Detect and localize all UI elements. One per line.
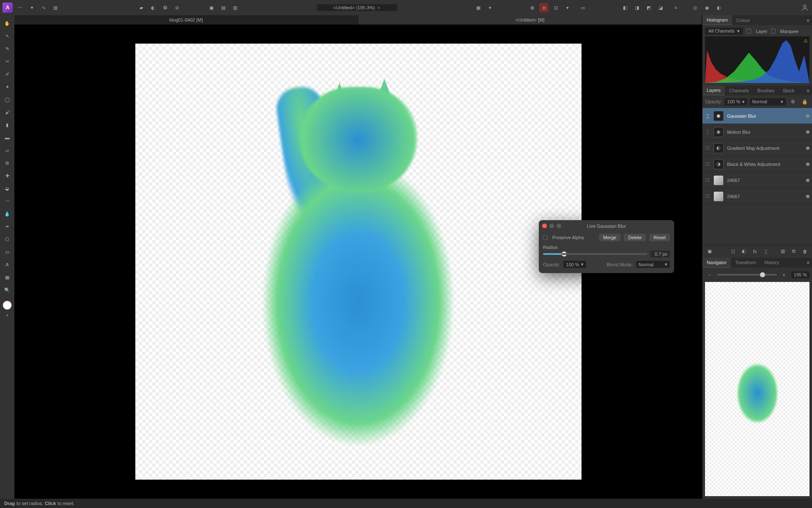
preserve-alpha-checkbox[interactable] — [543, 235, 548, 240]
zoom-tool-icon[interactable]: 🔍 — [3, 285, 12, 295]
opacity-field[interactable]: 100 %▾ — [563, 261, 586, 268]
visibility-icon[interactable]: ⌶ — [705, 113, 710, 119]
link-icon[interactable]: ⧉ — [789, 247, 798, 256]
group-icon[interactable]: ◎ — [691, 3, 700, 12]
mask-icon[interactable]: ◻ — [728, 247, 738, 256]
erase-tool-icon[interactable]: ▱ — [3, 146, 12, 155]
tab-stock[interactable]: Stock — [779, 86, 799, 95]
merge-button[interactable]: Merge — [599, 234, 620, 241]
foreground-color-swatch[interactable] — [3, 301, 12, 310]
tab-colour[interactable]: Colour — [732, 15, 754, 25]
layer-row[interactable]: ☐ ◐ Gradient Map Adjustment — [702, 140, 812, 156]
snap-edges-icon[interactable]: ⊞ — [527, 3, 537, 12]
panel-menu-icon[interactable]: ≡ — [804, 260, 812, 265]
pen-tool-icon[interactable]: ✒ — [3, 222, 12, 231]
group-layers-icon[interactable]: ▥ — [778, 247, 787, 256]
no-color-icon[interactable]: ⊘ — [172, 3, 181, 12]
insert-icon[interactable]: ◐ — [714, 3, 724, 12]
tab-brushes[interactable]: Brushes — [753, 86, 779, 95]
arrange-front-icon[interactable]: ◧ — [620, 3, 630, 12]
dodge-tool-icon[interactable]: ◒ — [3, 184, 12, 193]
color-picker-tool-icon[interactable]: ✎ — [3, 44, 12, 53]
move-tool-icon[interactable]: ↖ — [3, 31, 12, 41]
delete-layer-icon[interactable]: 🗑 — [800, 247, 809, 256]
layer-row[interactable]: ☐ ◑ Black & White Adjustment — [702, 156, 812, 172]
layer-opacity-field[interactable]: 100 %▾ — [724, 98, 747, 105]
panel-menu-icon[interactable]: ≡ — [804, 88, 812, 93]
document-tab-1[interactable]: <Untitled> [M] — [358, 15, 702, 25]
smudge-tool-icon[interactable]: 〰 — [3, 196, 12, 206]
maximize-icon[interactable] — [557, 224, 561, 228]
delete-button[interactable]: Delete — [624, 234, 646, 241]
paint-brush-tool-icon[interactable]: 🖌 — [3, 108, 12, 117]
selection-new-icon[interactable]: ▣ — [207, 3, 216, 12]
channel-select[interactable]: All Channels▾ — [705, 28, 743, 35]
lock-icon[interactable]: 🔒 — [800, 97, 809, 106]
arrange-back-icon[interactable]: ◪ — [656, 3, 665, 12]
swatch-icon[interactable]: ▰ — [137, 3, 146, 12]
panel-menu-icon[interactable]: ≡ — [804, 18, 812, 23]
canvas[interactable]: Live Gaussian Blur Preserve Alpha Merge … — [14, 25, 702, 499]
snap-guides-icon[interactable]: ▾ — [563, 3, 572, 12]
layer-checkbox[interactable] — [746, 29, 751, 33]
clone-tool-icon[interactable]: ⧉ — [3, 158, 12, 168]
close-icon[interactable] — [542, 224, 547, 228]
reset-button[interactable]: Reset — [649, 234, 670, 241]
radius-slider[interactable] — [543, 253, 647, 255]
mesh-tool-icon[interactable]: ▦ — [3, 273, 12, 282]
layer-blend-select[interactable]: Normal▾ — [750, 98, 786, 105]
shape-tool-icon[interactable]: ▭ — [3, 247, 12, 257]
close-icon[interactable]: × — [377, 5, 380, 10]
snap-grid-icon[interactable]: ⊡ — [551, 3, 560, 12]
persona-liquify-icon[interactable]: ✦ — [27, 3, 36, 12]
node-tool-icon[interactable]: ⬡ — [3, 235, 12, 244]
selection-add-icon[interactable]: ▤ — [219, 3, 228, 12]
document-dropdown[interactable]: <Untitled> (195.3%) × — [317, 4, 397, 11]
fx-icon[interactable]: fx — [750, 247, 760, 256]
chevron-down-icon[interactable]: ▾ — [486, 3, 495, 12]
persona-export-icon[interactable]: ▥ — [51, 3, 60, 12]
persona-photo-icon[interactable]: 〰 — [15, 3, 25, 12]
visibility-icon[interactable]: ☐ — [705, 145, 710, 151]
gradient-tool-icon[interactable]: ▬ — [3, 133, 12, 142]
blend-mode-select[interactable]: Normal▾ — [636, 261, 670, 268]
contrast-icon[interactable]: ◐ — [148, 3, 158, 12]
view-mode-icon[interactable]: ▦ — [474, 3, 483, 12]
arrange-forward-icon[interactable]: ◨ — [632, 3, 642, 12]
dialog-titlebar[interactable]: Live Gaussian Blur — [539, 220, 674, 232]
tab-history[interactable]: History — [760, 258, 783, 268]
marquee-checkbox[interactable] — [771, 29, 776, 33]
zoom-field[interactable]: 195 % — [791, 271, 809, 278]
zoom-slider[interactable] — [717, 274, 777, 276]
ungroup-icon[interactable]: ◉ — [702, 3, 712, 12]
inpaint-tool-icon[interactable]: ✚ — [3, 171, 12, 180]
crop-tool-icon[interactable]: ✂ — [3, 57, 12, 66]
selection-brush-tool-icon[interactable]: ✐ — [3, 69, 12, 79]
adjustment-icon[interactable]: ◐ — [739, 247, 749, 256]
tab-layers[interactable]: Layers — [702, 86, 725, 95]
zoom-in-icon[interactable]: + — [779, 270, 789, 279]
tab-channels[interactable]: Channels — [725, 86, 753, 95]
hand-tool-icon[interactable]: ✋ — [3, 19, 12, 28]
tab-transform[interactable]: Transform — [731, 258, 760, 268]
visibility-icon[interactable]: ☐ — [705, 193, 710, 199]
snap-pixel-icon[interactable]: ⊟ — [539, 3, 549, 12]
persona-develop-icon[interactable]: ∿ — [39, 3, 48, 12]
tab-navigator[interactable]: Navigator — [702, 258, 731, 268]
layer-row[interactable]: ☐ 24667 — [702, 188, 812, 204]
flood-select-tool-icon[interactable]: ✦ — [3, 82, 12, 91]
layer-row[interactable]: ⌶ ◉ Motion Blur — [702, 124, 812, 140]
selection-sub-icon[interactable]: ▥ — [230, 3, 240, 12]
account-icon[interactable] — [800, 3, 809, 12]
tab-histogram[interactable]: Histogram — [702, 15, 732, 25]
blur-tool-icon[interactable]: 💧 — [3, 209, 12, 218]
text-tool-icon[interactable]: A — [3, 260, 12, 269]
layer-row[interactable]: ⌶ ◉ Gaussian Blur — [702, 108, 812, 124]
add-layer-icon[interactable]: ▣ — [705, 247, 714, 256]
fill-tool-icon[interactable]: ▮ — [3, 120, 12, 130]
visibility-icon[interactable]: ⌶ — [705, 130, 710, 135]
assistant-icon[interactable]: ▭ — [578, 3, 587, 12]
navigator-preview[interactable] — [705, 282, 809, 496]
minimize-icon[interactable] — [549, 224, 554, 228]
freehand-select-tool-icon[interactable]: ◯ — [3, 95, 12, 104]
